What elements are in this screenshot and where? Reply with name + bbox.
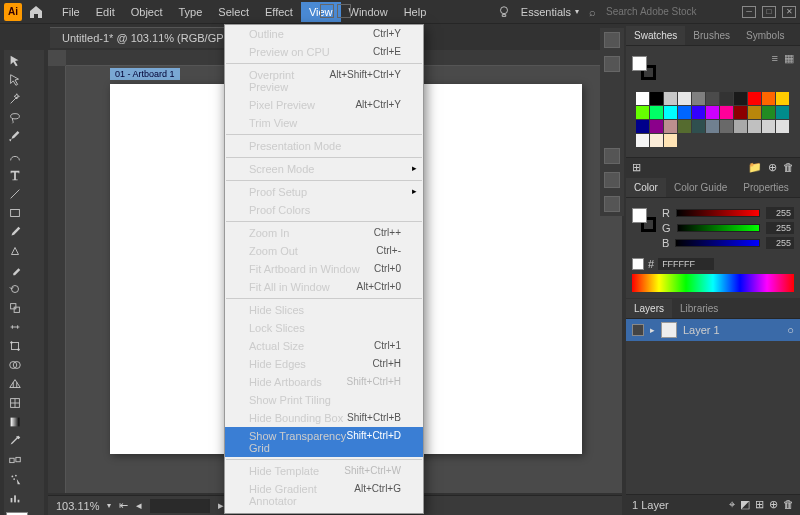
view-menu-fit-artboard-in-window[interactable]: Fit Artboard in WindowCtrl+0	[225, 260, 423, 278]
stroke-panel-icon[interactable]	[604, 172, 620, 188]
layer-row[interactable]: ▸ Layer 1 ○	[626, 319, 800, 341]
swatch[interactable]	[650, 106, 663, 119]
libraries-panel-icon[interactable]	[604, 56, 620, 72]
view-menu-outline[interactable]: OutlineCtrl+Y	[225, 25, 423, 43]
shape-builder-tool[interactable]	[6, 356, 24, 374]
color-tab-color[interactable]: Color	[626, 178, 666, 197]
swatch[interactable]	[762, 106, 775, 119]
swatch-libraries-icon[interactable]: ⊞	[632, 161, 641, 174]
view-menu-zoom-in[interactable]: Zoom InCtrl++	[225, 224, 423, 242]
swatch[interactable]	[636, 120, 649, 133]
zoom-dropdown-icon[interactable]: ▾	[107, 501, 111, 510]
layer-expand-icon[interactable]: ▸	[650, 325, 655, 335]
r-value[interactable]: 255	[766, 207, 794, 219]
eraser-tool[interactable]	[6, 261, 24, 279]
view-menu-lock-slices[interactable]: Lock Slices	[225, 319, 423, 337]
swatch[interactable]	[734, 120, 747, 133]
view-menu-proof-colors[interactable]: Proof Colors	[225, 201, 423, 219]
view-menu-hide-bounding-box[interactable]: Hide Bounding BoxShift+Ctrl+B	[225, 409, 423, 427]
artboard-nav-field[interactable]	[150, 499, 210, 513]
new-sublayer-icon[interactable]: ⊞	[755, 498, 764, 511]
color-tab-properties[interactable]: Properties	[735, 178, 797, 197]
swatch-list-view-icon[interactable]: ≡	[772, 52, 778, 84]
g-value[interactable]: 255	[766, 222, 794, 234]
b-value[interactable]: 255	[766, 237, 794, 249]
shaper-tool[interactable]	[6, 242, 24, 260]
swatch[interactable]	[664, 106, 677, 119]
swatch[interactable]	[748, 120, 761, 133]
direct-selection-tool[interactable]	[6, 71, 24, 89]
swatch[interactable]	[678, 92, 691, 105]
hex-input[interactable]: FFFFFF	[658, 258, 714, 270]
swatches-tab-symbols[interactable]: Symbols	[738, 26, 792, 45]
menu-edit[interactable]: Edit	[88, 2, 123, 22]
view-menu-pixel-preview[interactable]: Pixel PreviewAlt+Ctrl+Y	[225, 96, 423, 114]
type-tool[interactable]	[6, 166, 24, 184]
perspective-grid-tool[interactable]	[6, 375, 24, 393]
properties-panel-icon[interactable]	[604, 32, 620, 48]
swatch[interactable]	[748, 106, 761, 119]
view-menu-trim-view[interactable]: Trim View	[225, 114, 423, 132]
color-panel-icon[interactable]	[604, 148, 620, 164]
artboard-nav-first-icon[interactable]: ⇤	[119, 499, 128, 512]
swatch[interactable]	[650, 134, 663, 147]
r-slider[interactable]	[676, 209, 760, 217]
swatch[interactable]	[664, 134, 677, 147]
swatch[interactable]	[762, 120, 775, 133]
swatch[interactable]	[678, 120, 691, 133]
swatches-tab-brushes[interactable]: Brushes	[685, 26, 738, 45]
gradient-tool[interactable]	[6, 413, 24, 431]
swatch[interactable]	[650, 120, 663, 133]
magic-wand-tool[interactable]	[6, 90, 24, 108]
layer-visibility-icon[interactable]	[632, 324, 644, 336]
color-fill[interactable]	[632, 208, 647, 223]
color-tab-color-guide[interactable]: Color Guide	[666, 178, 735, 197]
paintbrush-tool[interactable]	[6, 223, 24, 241]
view-menu-screen-mode[interactable]: Screen Mode	[225, 160, 423, 178]
zoom-level[interactable]: 103.11%	[56, 500, 99, 512]
view-menu-zoom-out[interactable]: Zoom OutCtrl+-	[225, 242, 423, 260]
lasso-tool[interactable]	[6, 109, 24, 127]
menu-effect[interactable]: Effect	[257, 2, 301, 22]
free-transform-tool[interactable]	[6, 337, 24, 355]
swatch[interactable]	[706, 120, 719, 133]
view-menu-hide-slices[interactable]: Hide Slices	[225, 301, 423, 319]
swatch[interactable]	[776, 92, 789, 105]
mesh-tool[interactable]	[6, 394, 24, 412]
ruler-vertical[interactable]	[48, 66, 66, 493]
swatch-grid-view-icon[interactable]: ▦	[784, 52, 794, 84]
new-group-icon[interactable]: 📁	[748, 161, 762, 174]
swatch[interactable]	[650, 92, 663, 105]
delete-layer-icon[interactable]: 🗑	[783, 498, 794, 511]
window-maximize-icon[interactable]: □	[762, 6, 776, 18]
make-clipmask-icon[interactable]: ◩	[740, 498, 750, 511]
view-menu-actual-size[interactable]: Actual SizeCtrl+1	[225, 337, 423, 355]
window-minimize-icon[interactable]: ─	[742, 6, 756, 18]
swatch[interactable]	[776, 106, 789, 119]
color-fill-stroke[interactable]	[632, 208, 656, 232]
discover-icon[interactable]	[497, 5, 511, 19]
scale-tool[interactable]	[6, 299, 24, 317]
layers-tab-layers[interactable]: Layers	[626, 299, 672, 318]
view-menu-hide-corner-widget[interactable]: Hide Corner Widget	[225, 510, 423, 515]
swatch-fill-stroke[interactable]	[632, 56, 656, 80]
arrange-docs-icon[interactable]	[320, 4, 334, 18]
menu-object[interactable]: Object	[123, 2, 171, 22]
swatch[interactable]	[720, 106, 733, 119]
workspace-switcher[interactable]: Essentials ▾	[521, 6, 579, 18]
width-tool[interactable]	[6, 318, 24, 336]
swatch[interactable]	[734, 92, 747, 105]
swatch[interactable]	[664, 120, 677, 133]
symbol-sprayer-tool[interactable]	[6, 470, 24, 488]
new-swatch-icon[interactable]: ⊕	[768, 161, 777, 174]
view-menu-proof-setup[interactable]: Proof Setup	[225, 183, 423, 201]
view-menu-overprint-preview[interactable]: Overprint PreviewAlt+Shift+Ctrl+Y	[225, 66, 423, 96]
artboard-label[interactable]: 01 - Artboard 1	[110, 68, 180, 80]
swatch[interactable]	[720, 92, 733, 105]
new-layer-icon[interactable]: ⊕	[769, 498, 778, 511]
search-input[interactable]	[606, 6, 726, 17]
view-menu-preview-on-cpu[interactable]: Preview on CPUCtrl+E	[225, 43, 423, 61]
view-menu-fit-all-in-window[interactable]: Fit All in WindowAlt+Ctrl+0	[225, 278, 423, 296]
view-menu-hide-edges[interactable]: Hide EdgesCtrl+H	[225, 355, 423, 373]
column-graph-tool[interactable]	[6, 489, 24, 507]
